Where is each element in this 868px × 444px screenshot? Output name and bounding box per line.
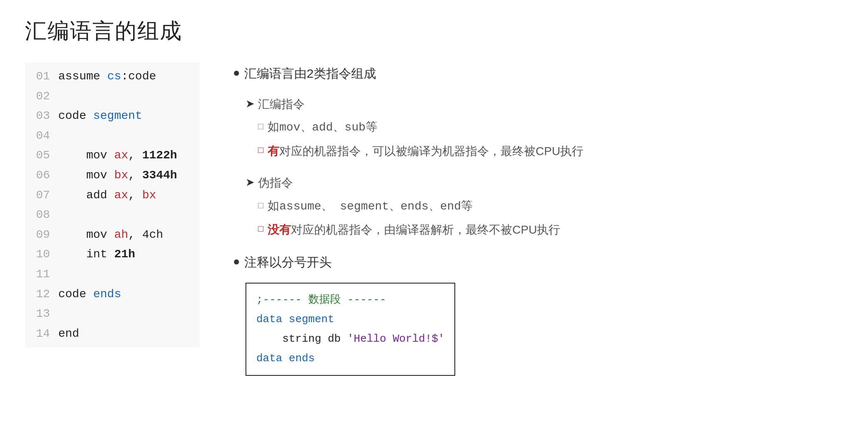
arrow-icon-pseudo: ➤: [246, 173, 255, 192]
code-12-content: code ends: [58, 284, 121, 304]
code-07-bx: bx: [142, 189, 156, 202]
sub-mov-text: 如mov、add、sub等: [268, 117, 377, 138]
codebox-data-ends-kw: data: [256, 352, 282, 365]
code-line-01: 01 assume cs:code: [25, 67, 200, 86]
line-num-01: 01: [25, 67, 50, 86]
code-05-mov: mov: [86, 149, 114, 162]
square-icon-2: □: [258, 141, 263, 159]
code-07-comma: ,: [128, 189, 142, 202]
code-10-val: 21h: [114, 248, 135, 261]
line-num-09: 09: [25, 225, 50, 245]
code-example-box: ;------ 数据段 ------ data segment string d…: [246, 283, 455, 375]
code-05-comma: ,: [128, 149, 142, 162]
codebox-line2: string db 'Hello World!$': [256, 329, 444, 349]
code-05-val: 1122h: [142, 149, 177, 162]
code-06-mov: mov: [86, 169, 114, 182]
line-num-10: 10: [25, 244, 50, 264]
code-14-content: end: [58, 324, 79, 344]
code-09-content: mov ah, 4ch: [58, 225, 163, 245]
code-09-mov: mov: [86, 228, 114, 241]
code-line-14: 14 end: [25, 324, 200, 344]
line-num-11: 11: [25, 264, 50, 284]
code-line-06: 06 mov bx, 3344h: [25, 165, 200, 185]
code-line-08: 08: [25, 205, 200, 225]
code-09-comma: , 4ch: [128, 228, 163, 241]
sub-mov-example: □ 如mov、add、sub等: [258, 117, 843, 138]
line-num-03: 03: [25, 106, 50, 126]
code-06-comma: ,: [128, 169, 142, 182]
arrow-pseudo: ➤ 伪指令: [246, 173, 843, 193]
main-content: 01 assume cs:code 02 03 code segment 04 …: [25, 62, 843, 376]
line-num-02: 02: [25, 86, 50, 106]
code-12-ends: ends: [93, 288, 121, 301]
code-line-12: 12 code ends: [25, 284, 200, 304]
code-line-03: 03 code segment: [25, 106, 200, 126]
explanation-panel: ● 汇编语言由2类指令组成 ➤ 汇编指令 □ 如mov、add、sub等 □ 有…: [233, 62, 843, 376]
code-line-07: 07 add ax, bx: [25, 185, 200, 205]
text-meiyou: 没有: [268, 223, 291, 236]
sub-assume-text: 如assume、 segment、ends、end等: [268, 196, 473, 217]
text-you: 有: [268, 145, 279, 158]
codebox-string-val: 'Hello World!$': [347, 333, 444, 345]
code-06-bx: bx: [114, 169, 128, 182]
code-10-content: int 21h: [58, 244, 135, 264]
code-09-ah: ah: [114, 228, 128, 241]
code-08-content: [58, 205, 65, 225]
sub-no-machine-code: □ 没有对应的机器指令，由编译器解析，最终不被CPU执行: [258, 220, 843, 240]
code-line-05: 05 mov ax, 1122h: [25, 146, 200, 165]
code-01-content: assume cs:code: [58, 67, 156, 86]
code-07-ax: ax: [114, 189, 128, 202]
code-10-int: int: [86, 248, 114, 261]
bullet-dot-1: ●: [233, 62, 240, 83]
codebox-data-kw: data: [256, 313, 282, 326]
comment-text: ;------ 数据段 ------: [256, 294, 386, 306]
code-line-09: 09 mov ah, 4ch: [25, 225, 200, 245]
sub-assume-example: □ 如assume、 segment、ends、end等: [258, 196, 843, 217]
code-01-colon-code: :code: [121, 70, 156, 83]
code-line-13: 13: [25, 304, 200, 324]
asm-label: 汇编指令: [258, 94, 305, 115]
codebox-ends-kw: ends: [282, 352, 315, 365]
codebox-comment: ;------ 数据段 ------: [256, 290, 444, 310]
code-panel: 01 assume cs:code 02 03 code segment 04 …: [25, 62, 200, 348]
line-num-04: 04: [25, 126, 50, 146]
code-13-content: [58, 304, 65, 324]
square-icon-3: □: [258, 196, 263, 215]
code-05-ax: ax: [114, 149, 128, 162]
bullet-comment: ● 注释以分号开头: [233, 251, 843, 274]
code-03-content: code segment: [58, 106, 142, 126]
code-03-segment: segment: [93, 109, 142, 122]
code-07-add: add: [86, 189, 114, 202]
code-04-content: [58, 126, 65, 146]
page-title: 汇编语言的组成: [25, 17, 843, 46]
code-07-content: add ax, bx: [58, 185, 156, 205]
code-02-content: [58, 86, 65, 106]
codebox-segment-kw: segment: [282, 313, 334, 326]
sub-no-text: 没有对应的机器指令，由编译器解析，最终不被CPU执行: [268, 220, 560, 240]
code-12-code: code: [58, 288, 93, 301]
bullet-composed: ● 汇编语言由2类指令组成: [233, 62, 843, 85]
bullet-text-2: 注释以分号开头: [244, 251, 332, 274]
codebox-line3: data ends: [256, 349, 444, 368]
pseudo-label: 伪指令: [258, 173, 293, 193]
code-01-assume: assume: [58, 70, 107, 83]
code-01-cs: cs: [107, 70, 122, 83]
line-num-06: 06: [25, 165, 50, 185]
line-num-07: 07: [25, 185, 50, 205]
code-03-code: code: [58, 109, 93, 122]
code-06-val: 3344h: [142, 169, 177, 182]
arrow-icon-asm: ➤: [246, 94, 255, 113]
code-line-11: 11: [25, 264, 200, 284]
square-icon-4: □: [258, 220, 263, 238]
code-06-content: mov bx, 3344h: [58, 165, 177, 185]
code-11-content: [58, 264, 65, 284]
bullet-dot-2: ●: [233, 251, 240, 272]
code-05-content: mov ax, 1122h: [58, 146, 177, 165]
sub-has-machine-code: □ 有对应的机器指令，可以被编译为机器指令，最终被CPU执行: [258, 141, 843, 162]
square-icon-1: □: [258, 117, 263, 136]
line-num-13: 13: [25, 304, 50, 324]
sub-has-text: 有对应的机器指令，可以被编译为机器指令，最终被CPU执行: [268, 141, 583, 162]
codebox-line1: data segment: [256, 310, 444, 329]
line-num-05: 05: [25, 146, 50, 165]
line-num-12: 12: [25, 284, 50, 304]
